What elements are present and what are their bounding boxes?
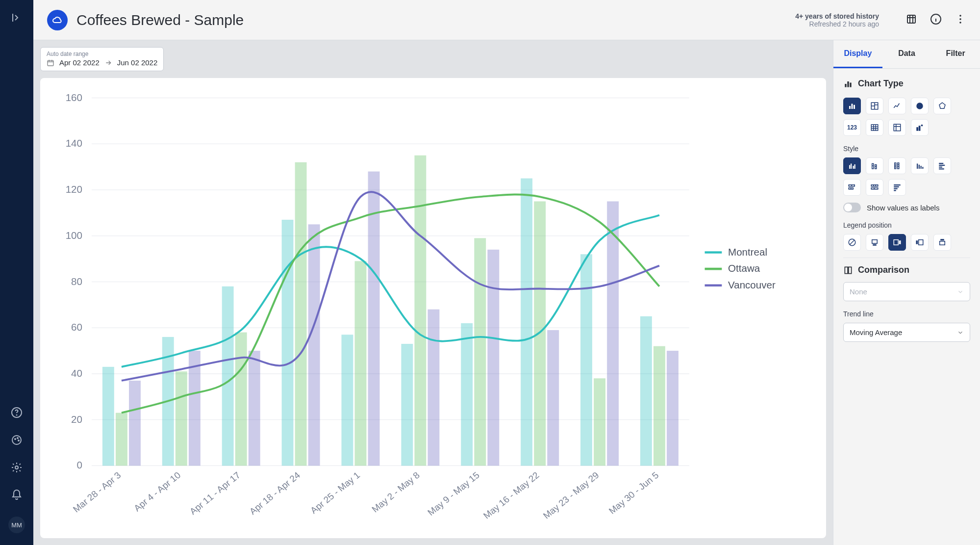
svg-rect-121 xyxy=(940,241,945,245)
style-stacked-horiz[interactable] xyxy=(843,179,861,196)
show-values-toggle[interactable] xyxy=(843,203,861,212)
svg-rect-35 xyxy=(341,335,353,466)
legend-top[interactable] xyxy=(933,234,951,251)
svg-rect-59 xyxy=(607,201,619,466)
trend-heading: Trend line xyxy=(843,310,970,318)
svg-rect-33 xyxy=(222,286,234,466)
legend-left[interactable] xyxy=(911,234,929,251)
tab-filter[interactable]: Filter xyxy=(931,40,980,68)
tab-data[interactable]: Data xyxy=(882,40,931,68)
svg-text:160: 160 xyxy=(66,92,82,103)
svg-point-4 xyxy=(17,438,18,439)
svg-rect-31 xyxy=(102,367,114,466)
svg-text:Montreal: Montreal xyxy=(728,247,767,258)
style-ordered-horiz[interactable] xyxy=(888,179,906,196)
avatar[interactable]: MM xyxy=(8,517,25,533)
legend-none[interactable] xyxy=(843,234,861,251)
svg-rect-87 xyxy=(917,128,918,130)
compare-icon xyxy=(843,265,853,275)
svg-rect-112 xyxy=(894,188,898,189)
svg-rect-43 xyxy=(235,333,247,466)
svg-text:140: 140 xyxy=(66,138,82,149)
svg-rect-45 xyxy=(355,261,367,466)
svg-rect-108 xyxy=(871,185,878,186)
svg-rect-115 xyxy=(872,240,878,244)
settings-icon[interactable] xyxy=(11,462,23,475)
chart-type-pivot[interactable] xyxy=(888,119,906,136)
svg-rect-116 xyxy=(873,245,876,246)
svg-rect-85 xyxy=(871,125,878,130)
style-grouped-horiz[interactable] xyxy=(933,157,951,174)
brand-cloud-icon xyxy=(47,10,68,30)
chart-type-number[interactable]: 123 xyxy=(843,119,861,136)
more-icon[interactable] xyxy=(955,13,966,27)
theme-icon[interactable] xyxy=(11,434,23,448)
svg-text:Apr 4 - Apr 10: Apr 4 - Apr 10 xyxy=(132,470,182,514)
svg-text:May 30 - Jun 5: May 30 - Jun 5 xyxy=(607,470,661,516)
svg-rect-110 xyxy=(894,184,901,185)
svg-rect-50 xyxy=(653,346,665,466)
style-stacked-vert[interactable] xyxy=(866,157,883,174)
side-panel: DisplayDataFilter Chart Type 123 xyxy=(833,40,980,545)
svg-rect-81 xyxy=(852,104,853,109)
help-icon[interactable] xyxy=(11,407,23,420)
svg-text:60: 60 xyxy=(71,322,82,333)
collapse-icon[interactable] xyxy=(11,12,23,26)
show-values-label: Show values as labels xyxy=(867,204,939,212)
svg-rect-120 xyxy=(916,241,917,244)
svg-rect-60 xyxy=(667,351,678,466)
svg-text:40: 40 xyxy=(71,368,82,379)
svg-rect-123 xyxy=(845,267,848,273)
svg-text:Mar 28 - Apr 3: Mar 28 - Apr 3 xyxy=(71,470,123,515)
style-heading: Style xyxy=(843,145,970,153)
trend-select[interactable]: Moving Average xyxy=(843,323,970,342)
svg-text:100: 100 xyxy=(66,230,82,241)
date-range-picker[interactable]: Auto date range Apr 02 2022 Jun 02 2022 xyxy=(40,47,164,71)
svg-rect-105 xyxy=(939,168,944,169)
chart-type-bar[interactable] xyxy=(843,98,861,114)
style-grid xyxy=(843,157,970,196)
style-grouped-vert[interactable] xyxy=(843,157,861,174)
svg-rect-44 xyxy=(295,162,307,466)
svg-text:Vancouver: Vancouver xyxy=(728,280,776,290)
chart-type-heading: Chart Type xyxy=(858,78,904,89)
chart-type-radar[interactable] xyxy=(933,98,951,114)
svg-point-89 xyxy=(921,125,922,126)
info-icon[interactable] xyxy=(930,13,942,27)
svg-rect-80 xyxy=(849,106,851,109)
svg-rect-100 xyxy=(921,166,922,169)
svg-text:May 9 - May 15: May 9 - May 15 xyxy=(426,470,481,518)
svg-rect-46 xyxy=(414,156,426,466)
svg-point-1 xyxy=(17,415,17,415)
chart-type-pie[interactable] xyxy=(911,98,929,114)
style-stacked100-vert[interactable] xyxy=(888,157,906,174)
svg-rect-103 xyxy=(939,165,945,166)
chart-type-table[interactable] xyxy=(866,119,883,136)
svg-rect-57 xyxy=(487,250,499,466)
svg-rect-53 xyxy=(249,351,260,466)
svg-rect-99 xyxy=(919,165,920,169)
svg-rect-79 xyxy=(850,82,851,87)
style-ordered-vert[interactable] xyxy=(911,157,929,174)
comparison-heading: Comparison xyxy=(858,265,909,275)
legend-bottom[interactable] xyxy=(866,234,883,251)
chart-type-treemap[interactable] xyxy=(866,98,883,114)
svg-text:120: 120 xyxy=(66,184,82,195)
comparison-select[interactable]: None xyxy=(843,282,970,301)
svg-rect-122 xyxy=(941,239,944,240)
date-columns-icon[interactable] xyxy=(905,13,917,27)
style-stacked100-horiz[interactable] xyxy=(866,179,883,196)
svg-rect-102 xyxy=(939,163,943,164)
calendar-icon xyxy=(47,59,54,67)
chart-type-line[interactable] xyxy=(888,98,906,114)
svg-rect-78 xyxy=(847,81,849,87)
svg-rect-47 xyxy=(474,238,486,466)
svg-text:May 16 - May 22: May 16 - May 22 xyxy=(481,470,541,521)
bell-icon[interactable] xyxy=(11,489,23,503)
tab-display[interactable]: Display xyxy=(833,40,882,68)
svg-rect-101 xyxy=(922,167,923,169)
legend-right[interactable] xyxy=(888,234,906,251)
date-from: Apr 02 2022 xyxy=(59,58,100,67)
svg-text:Apr 18 - Apr 24: Apr 18 - Apr 24 xyxy=(248,470,302,517)
chart-type-combo[interactable] xyxy=(911,119,929,136)
